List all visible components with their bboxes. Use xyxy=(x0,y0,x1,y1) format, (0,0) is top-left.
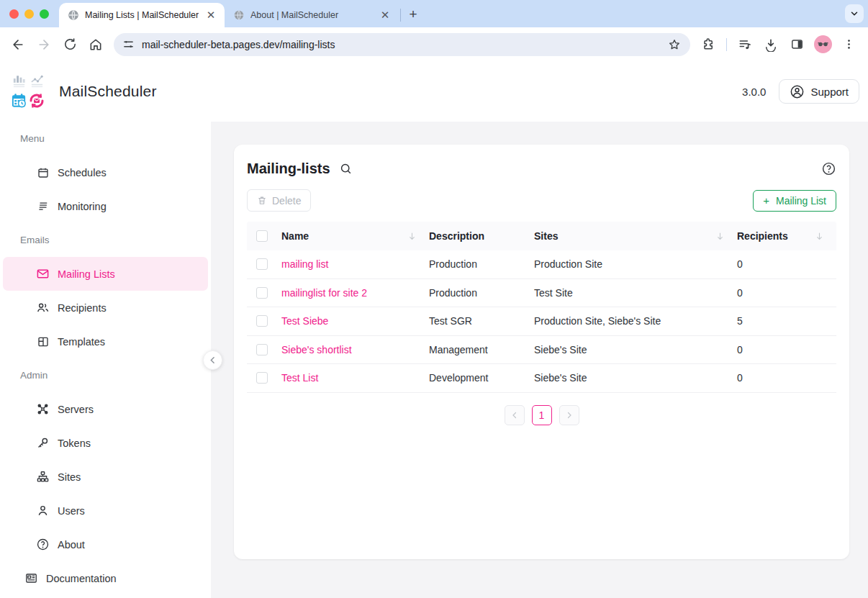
site-settings-icon[interactable] xyxy=(122,38,135,50)
next-page-button[interactable] xyxy=(559,405,579,425)
tab-about[interactable]: About | MailScheduler ✕ xyxy=(225,3,399,27)
sidebar-item-label: Schedules xyxy=(58,167,107,178)
table-row: Test Siebe Test SGR Production Site, Sie… xyxy=(247,307,836,336)
browser-chrome: Mailing Lists | MailScheduler ✕ About | … xyxy=(0,0,868,61)
home-button[interactable] xyxy=(83,32,108,57)
support-person-icon xyxy=(790,84,805,99)
version-text: 3.0.0 xyxy=(742,86,766,98)
table-row: mailing list Production Production Site … xyxy=(247,250,836,279)
downloads-button[interactable] xyxy=(759,32,783,57)
row-checkbox[interactable] xyxy=(256,287,268,299)
tab-title: Mailing Lists | MailScheduler xyxy=(85,10,199,20)
app-title: MailScheduler xyxy=(59,83,157,100)
question-circle-icon xyxy=(36,538,50,551)
mailing-list-link[interactable]: mailing list xyxy=(281,258,328,270)
side-panel-button[interactable] xyxy=(785,32,809,57)
sort-arrow-icon[interactable] xyxy=(715,231,725,242)
zoom-window-button[interactable] xyxy=(40,9,49,19)
tab-title: About | MailScheduler xyxy=(250,10,373,20)
prev-page-button[interactable] xyxy=(505,405,525,425)
sites-cell: Production Site, Siebe's Site xyxy=(534,315,737,327)
support-button[interactable]: Support xyxy=(779,79,859,104)
new-tab-button[interactable]: + xyxy=(404,5,422,24)
kebab-menu-icon xyxy=(843,38,855,50)
home-icon xyxy=(89,37,103,52)
page-title: Mailing-lists xyxy=(247,160,330,177)
sidebar-item-label: Sites xyxy=(58,471,81,483)
traffic-lights xyxy=(0,0,59,27)
sidebar-item-label: Users xyxy=(58,505,85,517)
tab-search-button[interactable] xyxy=(845,4,864,23)
delete-button[interactable]: Delete xyxy=(247,189,311,212)
tab-separator xyxy=(400,9,401,22)
sidebar-item-users[interactable]: Users xyxy=(3,494,208,527)
extensions-button[interactable] xyxy=(696,32,720,57)
mailing-list-link[interactable]: Test List xyxy=(281,372,318,384)
column-header-description: Description xyxy=(429,230,534,242)
bookmark-button[interactable] xyxy=(664,35,684,55)
media-controls-button[interactable] xyxy=(733,32,757,57)
sidebar-item-sites[interactable]: Sites xyxy=(3,460,208,494)
sidebar-item-documentation[interactable]: Documentation xyxy=(3,561,208,595)
sort-arrow-icon[interactable] xyxy=(814,231,825,242)
key-icon xyxy=(36,436,50,450)
download-icon xyxy=(764,37,778,52)
sort-arrow-icon[interactable] xyxy=(407,231,417,242)
recipients-cell: 0 xyxy=(737,258,836,270)
description-cell: Development xyxy=(429,372,534,384)
app-header: MailScheduler 3.0.0 Support xyxy=(0,61,868,122)
tab-close-icon[interactable]: ✕ xyxy=(204,9,217,22)
browser-menu-button[interactable] xyxy=(836,32,861,57)
recipients-cell: 0 xyxy=(737,372,836,384)
search-icon[interactable] xyxy=(339,162,353,176)
sidebar-item-templates[interactable]: Templates xyxy=(3,325,208,358)
globe-icon xyxy=(233,9,245,21)
sidebar-section-admin: Admin xyxy=(0,358,211,392)
sidebar-item-label: Monitoring xyxy=(58,201,107,212)
sidebar-item-mailing-lists[interactable]: Mailing Lists xyxy=(3,257,208,291)
sidebar-item-schedules[interactable]: Schedules xyxy=(3,155,208,189)
calendar-icon xyxy=(36,166,50,179)
row-checkbox[interactable] xyxy=(256,344,268,355)
tab-mailing-lists[interactable]: Mailing Lists | MailScheduler ✕ xyxy=(59,3,225,27)
row-checkbox[interactable] xyxy=(256,372,268,384)
side-panel-icon xyxy=(790,37,804,51)
sidebar-item-tokens[interactable]: Tokens xyxy=(3,426,208,460)
address-bar[interactable]: mail-scheduler-beta.pages.dev/mailing-li… xyxy=(114,33,690,56)
help-icon[interactable] xyxy=(821,161,836,176)
reload-button[interactable] xyxy=(58,32,82,57)
close-window-button[interactable] xyxy=(9,9,19,19)
line-chart-icon xyxy=(28,71,45,90)
mailing-list-link[interactable]: Test Siebe xyxy=(281,315,328,327)
mailing-lists-table: Name Description Sites Recipients xyxy=(247,222,836,393)
profile-button[interactable] xyxy=(810,32,835,57)
plus-icon: + xyxy=(763,194,769,207)
sidebar-item-about[interactable]: About xyxy=(3,527,208,561)
mail-icon xyxy=(36,267,50,281)
column-header-sites[interactable]: Sites xyxy=(534,230,737,242)
column-header-recipients[interactable]: Recipients xyxy=(737,230,836,242)
forward-button[interactable] xyxy=(32,32,56,57)
minimize-window-button[interactable] xyxy=(24,9,34,19)
sidebar-item-monitoring[interactable]: Monitoring xyxy=(3,189,208,223)
documentation-icon xyxy=(24,571,38,585)
trash-icon xyxy=(257,195,267,206)
column-header-name[interactable]: Name xyxy=(281,230,429,242)
sidebar-item-recipients[interactable]: Recipients xyxy=(3,291,208,325)
url-text[interactable]: mail-scheduler-beta.pages.dev/mailing-li… xyxy=(142,39,664,50)
tab-close-icon[interactable]: ✕ xyxy=(379,9,392,22)
sidebar-item-servers[interactable]: Servers xyxy=(3,392,208,426)
mailing-list-link[interactable]: mailinglist for site 2 xyxy=(281,287,367,299)
back-button[interactable] xyxy=(6,32,30,57)
row-checkbox[interactable] xyxy=(256,315,268,327)
sidebar-item-label: About xyxy=(58,539,85,551)
page-1-button[interactable]: 1 xyxy=(532,405,552,425)
sites-cell: Production Site xyxy=(534,258,737,270)
mailing-list-link[interactable]: Siebe's shortlist xyxy=(281,344,352,355)
chevron-down-icon xyxy=(849,9,859,19)
add-mailing-list-button[interactable]: + Mailing List xyxy=(753,190,836,212)
reload-icon xyxy=(63,37,77,51)
select-all-checkbox[interactable] xyxy=(256,230,268,242)
sidebar-section-menu: Menu xyxy=(0,122,211,155)
row-checkbox[interactable] xyxy=(256,258,268,270)
